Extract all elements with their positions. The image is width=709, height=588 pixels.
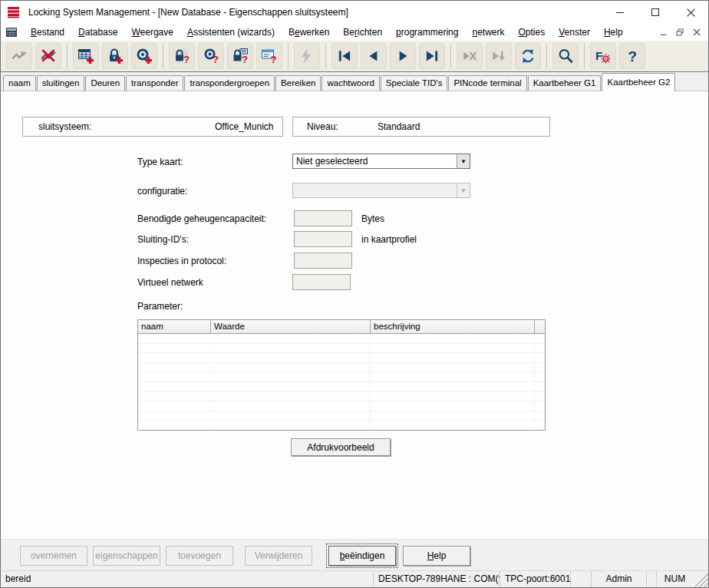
- menu-opties[interactable]: Opties: [511, 25, 552, 39]
- mdi-minimize-button[interactable]: [655, 25, 671, 39]
- tab-bereiken[interactable]: Bereiken: [275, 75, 321, 91]
- help-button[interactable]: Help: [403, 546, 470, 566]
- tab-pincode-terminal[interactable]: PINcode terminal: [448, 75, 526, 91]
- close-button[interactable]: [673, 1, 708, 24]
- table-row: [138, 401, 545, 411]
- column-header-beschrijving[interactable]: beschrijving: [371, 320, 535, 333]
- mdi-close-button[interactable]: [688, 25, 705, 39]
- first-record-icon[interactable]: [331, 43, 358, 69]
- filter-icon[interactable]: F: [590, 43, 616, 69]
- svg-text:F: F: [595, 49, 602, 62]
- title-bar: Locking System Management - [New Databas…: [1, 1, 708, 24]
- status-panel-desktop-789hane-com: DESKTOP-789HANE : COM(*): [373, 571, 500, 587]
- new-transponder-icon[interactable]: [131, 43, 157, 69]
- configuration-selected-value: [293, 183, 457, 197]
- mdi-restore-button[interactable]: [671, 25, 688, 39]
- table-cell: [211, 334, 371, 343]
- program-icon: [294, 43, 320, 69]
- tab-deuren[interactable]: Deuren: [85, 75, 125, 91]
- table-cell: [138, 392, 211, 401]
- tab-wachtwoord[interactable]: wachtwoord: [322, 75, 379, 91]
- print-preview-button[interactable]: Afdrukvoorbeeld: [291, 438, 391, 456]
- help-icon[interactable]: ?: [619, 43, 645, 69]
- column-header-naam[interactable]: naam: [138, 320, 211, 333]
- table-cell: [371, 353, 535, 362]
- maximize-button[interactable]: [638, 1, 673, 24]
- disconnect-icon[interactable]: [35, 43, 61, 69]
- svg-text:?: ?: [628, 48, 637, 64]
- inspections-field[interactable]: [294, 253, 352, 269]
- toolbar-separator: [450, 43, 451, 69]
- read-mifare-lock-icon[interactable]: ?: [227, 43, 253, 69]
- menu-bar: BestandDatabaseWeergaveAssistenten (wiza…: [1, 24, 708, 41]
- table-cell: [371, 334, 535, 343]
- memory-capacity-field[interactable]: [294, 210, 352, 226]
- toolbar-separator: [325, 43, 326, 69]
- svg-text:?: ?: [242, 54, 248, 64]
- virtual-network-field[interactable]: [292, 274, 351, 290]
- table-row: [138, 392, 545, 402]
- table-cell: [535, 392, 545, 401]
- card-type-select[interactable]: Niet geselecteerd ▼: [292, 154, 470, 169]
- menu-bewerken[interactable]: Bewerken: [282, 25, 336, 39]
- menu-berichten[interactable]: Berichten: [336, 25, 389, 39]
- read-network-icon[interactable]: ?: [256, 43, 282, 69]
- svg-text:?: ?: [271, 54, 277, 64]
- menu-help[interactable]: Help: [597, 25, 630, 39]
- menu-weergave[interactable]: Weergave: [124, 25, 180, 39]
- minimize-button[interactable]: [602, 1, 638, 24]
- tab-transponder[interactable]: transponder: [126, 75, 183, 91]
- document-system-icon[interactable]: [5, 26, 19, 38]
- tab-speciale-tid-s[interactable]: Speciale TID's: [381, 75, 448, 91]
- properties-button: eigenschappen: [93, 546, 160, 566]
- menu-bestand[interactable]: Bestand: [24, 25, 71, 39]
- status-bar: bereidDESKTOP-789HANE : COM(*)TPC-poort:…: [1, 570, 708, 587]
- new-lock-icon[interactable]: [102, 43, 128, 69]
- menu-venster[interactable]: Venster: [552, 25, 597, 39]
- menu-programmering[interactable]: programmering: [389, 25, 465, 39]
- apply-button: overnemen: [20, 546, 87, 566]
- resize-grip[interactable]: [693, 571, 708, 587]
- table-row: [138, 411, 545, 421]
- last-record-icon[interactable]: [419, 43, 445, 69]
- read-transponder-icon[interactable]: ?: [198, 43, 224, 69]
- status-panel-admin: Admin: [591, 571, 646, 587]
- virtual-network-label: Virtueel netwerk: [137, 277, 203, 288]
- table-cell: [138, 421, 211, 430]
- column-header-blank[interactable]: [535, 320, 545, 333]
- table-cell: [535, 372, 545, 382]
- read-lock-icon[interactable]: ?: [169, 43, 195, 69]
- table-cell: [211, 382, 371, 391]
- app-logo-icon[interactable]: [7, 6, 22, 18]
- toolbar: ????F?: [1, 41, 708, 72]
- lock-ids-field[interactable]: [294, 231, 352, 247]
- next-record-icon[interactable]: [390, 43, 416, 69]
- tab-transpondergroepen[interactable]: transpondergroepen: [184, 75, 275, 91]
- table-cell: [371, 344, 535, 353]
- tab-kaartbeheer-g1[interactable]: Kaartbeheer G1: [528, 75, 602, 91]
- tab-naam[interactable]: naam: [3, 75, 36, 91]
- table-cell: [371, 421, 535, 430]
- table-row: [138, 382, 545, 392]
- chevron-down-icon[interactable]: ▼: [457, 154, 470, 168]
- refresh-icon[interactable]: [515, 43, 541, 69]
- svg-text:?: ?: [183, 54, 190, 64]
- menu-assistenten[interactable]: Assistenten (wizards): [180, 25, 282, 39]
- table-row: [138, 334, 545, 344]
- previous-record-icon[interactable]: [361, 43, 387, 69]
- search-icon[interactable]: [552, 43, 579, 69]
- parameter-table: naamWaardebeschrijving: [137, 319, 546, 431]
- menu-netwerk[interactable]: netwerk: [465, 25, 511, 39]
- column-header-Waarde[interactable]: Waarde: [211, 320, 371, 333]
- new-locking-system-icon[interactable]: [73, 43, 99, 69]
- table-cell: [211, 411, 371, 421]
- table-cell: [535, 382, 545, 391]
- configuration-select: ▼: [292, 183, 470, 198]
- app-window: Locking System Management - [New Databas…: [0, 0, 709, 588]
- toolbar-separator: [584, 43, 585, 69]
- add-button: toevoegen: [166, 546, 233, 566]
- quit-button[interactable]: beëindigen: [328, 546, 396, 566]
- tab-kaartbeheer-g2[interactable]: Kaartbeheer G2: [602, 73, 675, 91]
- tab-sluitingen[interactable]: sluitingen: [37, 75, 85, 91]
- menu-database[interactable]: Database: [71, 25, 124, 39]
